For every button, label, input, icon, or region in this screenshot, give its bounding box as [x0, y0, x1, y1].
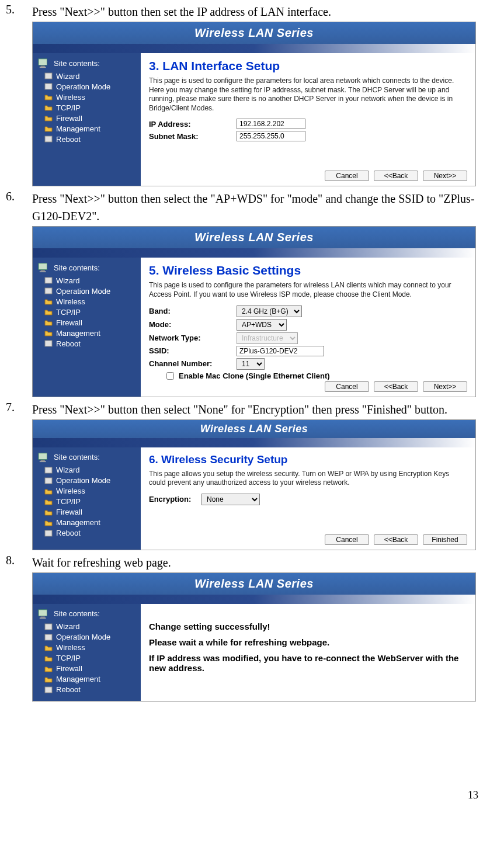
sidebar-item-opmode[interactable]: Operation Mode — [33, 632, 141, 643]
back-button[interactable]: <<Back — [374, 171, 418, 181]
sidebar-item-management[interactable]: Management — [33, 328, 141, 338]
folder-icon — [44, 308, 53, 315]
step-7-text: Press "Next>>" button then select "None"… — [32, 401, 484, 418]
folder-icon — [44, 319, 53, 326]
folder-icon — [44, 104, 53, 111]
sidebar-item-label: TCP/IP — [56, 103, 81, 112]
step-8-text: Wait for refreshing web page. — [32, 554, 484, 571]
svg-rect-21 — [45, 624, 52, 630]
sidebar-item-label: Wizard — [56, 276, 79, 285]
page-icon — [44, 277, 53, 284]
cancel-button[interactable]: Cancel — [325, 534, 369, 545]
title-bar: Wireless LAN Series — [33, 227, 475, 248]
page-icon — [44, 686, 53, 693]
svg-rect-1 — [41, 66, 45, 67]
panel-wireless-security: Wireless LAN Series Site contents: Wizar… — [32, 419, 476, 550]
page-icon — [44, 477, 53, 484]
sidebar-item-management[interactable]: Management — [33, 674, 141, 685]
sidebar-item-reboot[interactable]: Reboot — [33, 685, 141, 695]
sidebar-item-opmode[interactable]: Operation Mode — [33, 475, 141, 486]
sidebar-item-opmode[interactable]: Operation Mode — [33, 81, 141, 92]
sidebar-item-tcpip[interactable]: TCP/IP — [33, 497, 141, 507]
cancel-button[interactable]: Cancel — [325, 381, 369, 392]
svg-rect-15 — [45, 467, 52, 473]
channel-select[interactable]: 11 — [237, 358, 265, 370]
ch-label: Channel Number: — [149, 359, 237, 368]
desc-lan: This page is used to configure the param… — [149, 77, 467, 113]
page-icon — [44, 136, 53, 143]
ip-input[interactable] — [237, 119, 305, 129]
sidebar-item-wizard[interactable]: Wizard — [33, 275, 141, 286]
sidebar-item-management[interactable]: Management — [33, 518, 141, 528]
sidebar-item-label: Management — [56, 675, 100, 683]
sidebar-item-label: Wireless — [56, 643, 85, 652]
svg-rect-18 — [39, 610, 47, 616]
sidebar-item-firewall[interactable]: Firewall — [33, 317, 141, 328]
sidebar-item-firewall[interactable]: Firewall — [33, 113, 141, 123]
title-bar: Wireless LAN Series — [33, 573, 475, 595]
sidebar-item-management[interactable]: Management — [33, 123, 141, 134]
sidebar-item-wizard[interactable]: Wizard — [33, 71, 141, 81]
sidebar-item-wizard[interactable]: Wizard — [33, 622, 141, 632]
sidebar-item-label: Reboot — [56, 529, 81, 537]
sidebar-item-wireless[interactable]: Wireless — [33, 296, 141, 307]
svg-rect-14 — [40, 461, 46, 462]
gradient-strip — [33, 248, 475, 258]
sidebar-item-label: Firewall — [56, 318, 82, 327]
svg-rect-4 — [45, 84, 52, 89]
back-button[interactable]: <<Back — [374, 381, 418, 392]
sidebar-item-tcpip[interactable]: TCP/IP — [33, 653, 141, 664]
sidebar-item-tcpip[interactable]: TCP/IP — [33, 307, 141, 317]
sidebar-item-label: Operation Mode — [56, 633, 110, 641]
computer-icon — [37, 262, 50, 273]
sidebar-item-tcpip[interactable]: TCP/IP — [33, 102, 141, 113]
sidebar-item-reboot[interactable]: Reboot — [33, 134, 141, 144]
step-6-num: 6. — [6, 190, 32, 225]
cancel-button[interactable]: Cancel — [325, 171, 369, 181]
sidebar-item-label: TCP/IP — [56, 654, 81, 662]
sidebar-head: Site contents: — [33, 451, 141, 465]
sidebar-item-label: Management — [56, 518, 100, 527]
sidebar-item-label: Management — [56, 329, 100, 338]
mask-input[interactable] — [237, 131, 305, 141]
page-number: 13 — [6, 789, 484, 801]
ssid-input[interactable] — [237, 346, 324, 356]
svg-rect-13 — [41, 460, 45, 461]
back-button[interactable]: <<Back — [374, 534, 418, 545]
sidebar-item-wireless[interactable]: Wireless — [33, 486, 141, 497]
sidebar-item-reboot[interactable]: Reboot — [33, 338, 141, 349]
sidebar-item-wireless[interactable]: Wireless — [33, 643, 141, 653]
step-6-text: Press "Next>>" button then select the "A… — [32, 190, 484, 225]
svg-rect-20 — [40, 617, 46, 619]
finished-button[interactable]: Finished — [423, 534, 467, 545]
sidebar-item-label: Firewall — [56, 508, 82, 516]
gradient-strip — [33, 595, 475, 604]
band-select[interactable]: 2.4 GHz (B+G) — [237, 305, 302, 317]
band-label: Band: — [149, 307, 237, 315]
panel-wireless-basic: Wireless LAN Series Site contents: Wizar… — [32, 226, 476, 397]
mode-select[interactable]: AP+WDS — [237, 319, 287, 331]
sidebar-item-opmode[interactable]: Operation Mode — [33, 286, 141, 296]
encryption-select[interactable]: None — [201, 494, 260, 505]
sidebar-item-firewall[interactable]: Firewall — [33, 507, 141, 518]
folder-icon — [44, 519, 53, 526]
sidebar-item-wizard[interactable]: Wizard — [33, 465, 141, 475]
sidebar-item-reboot[interactable]: Reboot — [33, 528, 141, 539]
sidebar-item-label: TCP/IP — [56, 308, 81, 317]
sidebar-item-firewall[interactable]: Firewall — [33, 664, 141, 674]
svg-rect-11 — [45, 341, 52, 346]
next-button[interactable]: Next>> — [423, 381, 467, 392]
page-icon — [44, 83, 53, 90]
svg-rect-22 — [45, 634, 52, 640]
sidebar-item-wireless[interactable]: Wireless — [33, 92, 141, 102]
title-bar: Wireless LAN Series — [33, 420, 475, 438]
nt-label: Network Type: — [149, 334, 237, 342]
svg-rect-7 — [41, 270, 45, 272]
next-button[interactable]: Next>> — [423, 171, 467, 181]
sidebar-item-label: Reboot — [56, 135, 81, 144]
ip-label: IP Address: — [149, 120, 237, 129]
mode-label: Mode: — [149, 320, 237, 329]
svg-rect-2 — [40, 67, 46, 68]
macclone-checkbox[interactable] — [166, 372, 174, 380]
sidebar-item-label: Operation Mode — [56, 476, 110, 485]
